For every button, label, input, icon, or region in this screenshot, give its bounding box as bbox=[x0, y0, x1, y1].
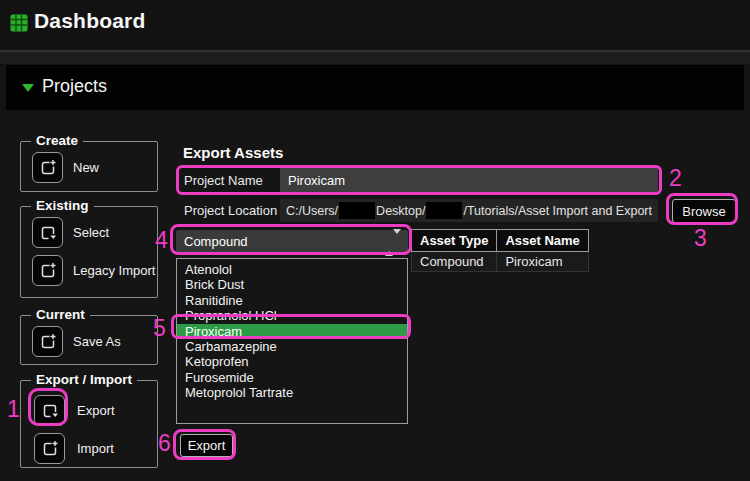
annotation-number-6: 6 bbox=[158, 432, 171, 455]
dashboard-grid-icon bbox=[10, 14, 28, 32]
asset-table-header-name: Asset Name bbox=[497, 230, 588, 252]
redaction-block bbox=[339, 202, 375, 219]
annotation-number-4: 4 bbox=[155, 229, 168, 252]
app-window: Dashboard Projects Create New Existing bbox=[0, 0, 750, 481]
asset-type-dropdown-value: Compound bbox=[176, 234, 248, 249]
top-header: Dashboard bbox=[0, 0, 750, 50]
export-project-button[interactable] bbox=[34, 395, 65, 426]
group-create: Create New bbox=[20, 141, 158, 192]
asset-table-header-type: Asset Type bbox=[412, 230, 497, 252]
browse-button[interactable]: Browse bbox=[672, 199, 736, 223]
list-item-selected[interactable]: Piroxicam bbox=[177, 324, 407, 339]
export-assets-heading: Export Assets bbox=[183, 144, 283, 161]
redaction-block bbox=[426, 202, 462, 219]
legacy-import-label: Legacy Import bbox=[73, 263, 155, 278]
asset-type-dropdown[interactable]: Compound bbox=[176, 230, 408, 253]
list-item[interactable]: Carbamazepine bbox=[177, 339, 407, 354]
select-project-label: Select bbox=[73, 225, 109, 240]
list-item[interactable]: Ketoprofen bbox=[177, 354, 407, 369]
group-current-legend: Current bbox=[31, 307, 90, 322]
legacy-import-button[interactable] bbox=[32, 255, 63, 286]
asset-table: Asset Type Asset Name Compound Piroxicam bbox=[411, 229, 589, 272]
asset-table-cell-name: Piroxicam bbox=[497, 252, 588, 272]
new-project-icon bbox=[38, 158, 58, 178]
import-project-button[interactable] bbox=[34, 433, 65, 464]
project-name-input[interactable] bbox=[280, 168, 658, 192]
save-as-label: Save As bbox=[73, 334, 121, 349]
page-title: Dashboard bbox=[34, 9, 146, 33]
annotation-number-3: 3 bbox=[694, 227, 707, 250]
save-as-button[interactable] bbox=[32, 326, 63, 357]
path-segment-2: Desktop/ bbox=[376, 204, 425, 218]
annotation-number-2: 2 bbox=[669, 167, 682, 190]
import-project-label: Import bbox=[77, 441, 114, 456]
projects-section-header[interactable]: Projects bbox=[6, 65, 744, 110]
import-project-icon bbox=[40, 439, 60, 459]
group-existing-legend: Existing bbox=[31, 198, 94, 213]
legacy-import-icon bbox=[38, 261, 58, 281]
dropdown-spinner-icon bbox=[385, 234, 401, 252]
projects-panel: Create New Existing bbox=[6, 111, 744, 481]
project-name-label: Project Name bbox=[184, 173, 263, 188]
select-project-icon bbox=[38, 223, 58, 243]
path-segment-1: C:/Users/ bbox=[286, 204, 338, 218]
new-project-label: New bbox=[73, 160, 99, 175]
projects-section-title: Projects bbox=[42, 76, 107, 97]
asset-list: Atenolol Brick Dust Ranitidine Propranol… bbox=[176, 258, 408, 424]
collapse-triangle-icon bbox=[22, 84, 34, 92]
list-item[interactable]: Atenolol bbox=[177, 262, 407, 277]
asset-table-cell-type: Compound bbox=[412, 252, 497, 272]
group-current: Current Save As bbox=[20, 315, 158, 365]
list-item[interactable]: Metoprolol Tartrate bbox=[177, 385, 407, 400]
list-item[interactable]: Ranitidine bbox=[177, 293, 407, 308]
project-location-field[interactable]: C:/Users/Desktop//Tutorials/Asset Import… bbox=[280, 199, 658, 222]
group-existing: Existing Select Legacy Impor bbox=[20, 206, 158, 298]
export-project-icon bbox=[40, 401, 60, 421]
header-strip bbox=[0, 52, 750, 64]
annotation-number-1: 1 bbox=[7, 398, 20, 421]
annotation-number-5: 5 bbox=[153, 317, 166, 340]
list-item[interactable]: Propranolol HCl bbox=[177, 308, 407, 323]
select-project-button[interactable] bbox=[32, 217, 63, 248]
project-location-label: Project Location bbox=[184, 203, 277, 218]
group-create-legend: Create bbox=[31, 133, 83, 148]
group-export-import-legend: Export / Import bbox=[31, 372, 137, 387]
new-project-button[interactable] bbox=[32, 152, 63, 183]
table-row: Compound Piroxicam bbox=[412, 252, 589, 272]
save-as-icon bbox=[38, 332, 58, 352]
group-export-import: Export / Import Export Impor bbox=[20, 380, 158, 468]
list-item[interactable]: Furosemide bbox=[177, 370, 407, 385]
list-item[interactable]: Brick Dust bbox=[177, 277, 407, 292]
export-button[interactable]: Export bbox=[180, 434, 233, 457]
path-segment-3: /Tutorials/Asset Import and Export bbox=[463, 204, 652, 218]
export-project-label: Export bbox=[77, 403, 115, 418]
